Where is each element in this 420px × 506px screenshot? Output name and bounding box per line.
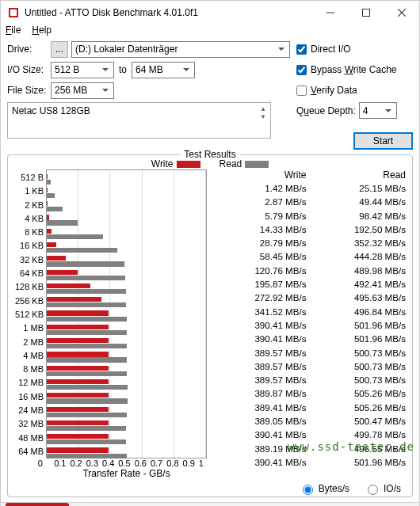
drive-select[interactable]: (D:) Lokaler Datenträger: [71, 41, 290, 58]
bar-read: [47, 357, 127, 362]
drive-label: Drive:: [7, 44, 51, 55]
read-value: 496.55 MB/s: [308, 443, 408, 457]
bar-write: [47, 393, 109, 398]
chart-plot: [46, 169, 207, 458]
write-value: 389.87 MB/s: [208, 388, 308, 401]
io-size-to-select[interactable]: 64 MB: [132, 62, 195, 78]
write-value: 1.42 MB/s: [208, 183, 308, 196]
menubar: File Help: [1, 25, 419, 36]
bar-read: [47, 261, 124, 266]
y-label: 512 KB: [13, 308, 44, 321]
bar-write: [47, 188, 48, 192]
read-value: 98.42 MB/s: [308, 211, 408, 224]
bar-read: [47, 248, 117, 253]
bar-write: [47, 310, 109, 315]
bar-row: [47, 323, 206, 337]
verify-data-label: Verify Data: [311, 85, 357, 96]
maximize-button[interactable]: [348, 1, 384, 25]
description-spinner[interactable]: ▲▼: [258, 105, 269, 120]
units-ios-radio[interactable]: IO/s: [364, 482, 401, 495]
write-value: 390.41 MB/s: [208, 320, 308, 333]
x-tick: 0.7: [151, 458, 166, 468]
x-tick: 1: [199, 458, 215, 468]
units-bytes-radio[interactable]: Bytes/s: [299, 482, 349, 495]
bar-read: [47, 454, 127, 458]
verify-data-input[interactable]: [296, 86, 307, 96]
read-value: 444.28 MB/s: [308, 251, 408, 264]
read-value: 49.44 MB/s: [308, 196, 408, 210]
write-value: 272.92 MB/s: [208, 292, 308, 306]
queue-depth-select[interactable]: 4: [359, 102, 397, 119]
bar-write: [47, 379, 109, 384]
bar-write: [47, 229, 52, 234]
chart: 512 B1 KB2 KB4 KB8 KB16 KB32 KB64 KB128 …: [13, 169, 207, 481]
bar-write: [47, 256, 66, 261]
bypass-cache-checkbox[interactable]: Bypass Write Cache: [296, 61, 413, 78]
bar-read: [47, 371, 127, 376]
window-title: Untitled - ATTO Disk Benchmark 4.01.0f1: [25, 7, 312, 18]
start-button[interactable]: Start: [353, 132, 413, 150]
bar-write: [47, 338, 109, 343]
bar-write: [47, 242, 56, 247]
y-label: 1 MB: [13, 321, 44, 335]
description-text: Netac US8 128GB: [12, 105, 90, 116]
y-label: 8 KB: [13, 226, 44, 239]
y-label: 2 MB: [13, 336, 44, 349]
read-value: 496.84 MB/s: [308, 306, 408, 320]
bar-read: [47, 344, 127, 348]
start-button-label: Start: [373, 135, 393, 146]
x-tick: 0.6: [135, 458, 151, 468]
col-write-header: Write: [208, 169, 308, 183]
bar-write: [47, 447, 109, 452]
y-label: 32 MB: [13, 417, 44, 431]
read-value: 489.98 MB/s: [308, 265, 408, 279]
write-value: 195.87 MB/s: [208, 279, 308, 292]
test-results-box: Test Results Write Read 512 B1 KB2 KB4 K…: [7, 154, 413, 497]
bar-read: [47, 330, 127, 335]
read-value: 500.73 MB/s: [308, 375, 408, 388]
y-label: 512 B: [13, 171, 44, 185]
bar-row: [47, 392, 206, 405]
minimize-button[interactable]: [312, 1, 348, 25]
read-value: 500.47 MB/s: [308, 416, 408, 429]
read-value: 500.73 MB/s: [308, 361, 408, 375]
io-size-label: I/O Size:: [7, 64, 51, 75]
direct-io-checkbox[interactable]: Direct I/O: [296, 40, 413, 58]
read-value: 492.41 MB/s: [308, 279, 408, 292]
description-input[interactable]: Netac US8 128GB ▲▼: [7, 102, 271, 139]
bar-read: [47, 398, 128, 403]
file-size-select[interactable]: 256 MB: [51, 82, 114, 99]
read-value: 505.26 MB/s: [308, 388, 408, 401]
y-label: 128 KB: [13, 280, 44, 294]
bypass-cache-input[interactable]: [296, 65, 307, 75]
bar-row: [47, 364, 206, 378]
x-tick: 0.5: [118, 458, 134, 468]
legend-write-swatch: [177, 161, 200, 168]
read-value: 192.50 MB/s: [308, 224, 408, 238]
write-value: 120.76 MB/s: [208, 265, 308, 279]
menu-help[interactable]: Help: [32, 25, 52, 36]
read-value: 505.26 MB/s: [308, 402, 408, 416]
y-label: 4 MB: [13, 349, 44, 363]
io-size-from-select[interactable]: 512 B: [51, 62, 114, 78]
y-label: 1 KB: [13, 185, 44, 198]
bar-write: [47, 297, 101, 302]
atto-logo: ATTO: [6, 503, 69, 506]
results-table: Write 1.42 MB/s2.87 MB/s5.79 MB/s14.33 M…: [207, 169, 407, 481]
menu-file[interactable]: File: [6, 25, 21, 36]
bar-read: [47, 439, 126, 444]
bar-row: [47, 351, 206, 364]
bar-read: [47, 317, 127, 321]
close-button[interactable]: [384, 1, 419, 25]
bar-write: [47, 407, 109, 412]
verify-data-checkbox[interactable]: Verify Data: [296, 82, 413, 99]
drive-value: (D:) Lokaler Datenträger: [75, 44, 178, 55]
read-value: 501.96 MB/s: [308, 333, 408, 347]
bar-read: [47, 302, 126, 307]
direct-io-input[interactable]: [296, 44, 307, 55]
read-value: 501.96 MB/s: [308, 457, 408, 470]
chart-legend: Write Read: [13, 158, 407, 169]
legend-write-label: Write: [151, 158, 174, 169]
bar-read: [47, 289, 126, 294]
browse-drive-button[interactable]: ...: [51, 41, 68, 58]
